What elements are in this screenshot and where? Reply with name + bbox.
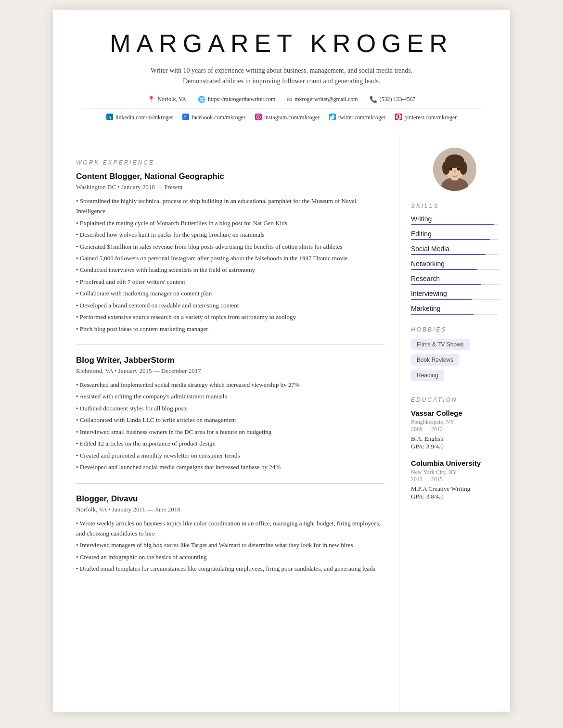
bullet-item: Performed extensive source research on a… xyxy=(76,312,384,322)
edu-years: 2013 — 2015 xyxy=(411,476,499,483)
skill-item: Interviewing xyxy=(411,290,499,300)
bullet-item: Wrote weekly articles on business topics… xyxy=(76,518,384,539)
contact-text: (532) 123-4567 xyxy=(380,96,416,103)
sidebar: SKILLS Writing Editing Social Media Netw… xyxy=(399,134,510,712)
contact-text: https://mkrogerthewriter.com xyxy=(208,96,275,103)
skill-bar-fill xyxy=(411,314,474,315)
social-text: linkedin.com/in/mkroger xyxy=(115,114,173,121)
hobby-tag: Reading xyxy=(411,370,444,381)
work-experience-section-title: WORK EXPERIENCE xyxy=(76,159,384,166)
job-title: Blog Writer, JabberStorm xyxy=(76,356,384,365)
skill-item: Editing xyxy=(411,230,499,240)
skill-bar-fill xyxy=(411,239,490,240)
bullet-item: Edited 12 articles on the importance of … xyxy=(76,438,384,448)
edu-years: 2008 — 2012 xyxy=(411,426,499,433)
skill-bar-fill xyxy=(411,299,472,300)
social-icon xyxy=(329,114,336,122)
svg-point-17 xyxy=(449,167,452,170)
social-text: pinterest.com/mkroger xyxy=(404,114,457,121)
job-bullets: Researched and implemented social media … xyxy=(76,380,384,473)
skill-item: Marketing xyxy=(411,305,499,315)
social-item: inlinkedin.com/in/mkroger xyxy=(106,114,173,122)
svg-rect-7 xyxy=(258,116,258,118)
body-content: WORK EXPERIENCE Content Blogger, Nationa… xyxy=(53,134,510,712)
contact-item: 📍Norfolk, VA xyxy=(147,96,186,103)
skill-item: Networking xyxy=(411,260,499,270)
social-text: facebook.com/mkroger xyxy=(192,114,245,121)
education-section-title: EDUCATION xyxy=(411,396,499,403)
bullet-item: Streamlined the highly technical process… xyxy=(76,196,384,217)
skills-container: Writing Editing Social Media Networking … xyxy=(411,215,499,315)
job-title: Content Blogger, National Geographic xyxy=(76,172,384,181)
edu-gpa: GPA: 3.9/4.0 xyxy=(411,443,499,450)
bullet-item: Created and promoted a monthly newslette… xyxy=(76,450,384,460)
skill-item: Social Media xyxy=(411,245,499,255)
hobby-tag: Book Reviews xyxy=(411,354,459,366)
full-name: MARGARET KROGER xyxy=(82,29,481,58)
social-icon: f xyxy=(182,114,189,122)
edu-degree: M.F.A Creative Writing xyxy=(411,485,499,493)
bullet-item: Developed a brand centered on readable a… xyxy=(76,300,384,310)
svg-point-16 xyxy=(460,161,467,175)
bullet-item: Pitch blog post ideas to content marketi… xyxy=(76,324,384,334)
edu-gpa: GPA: 3.8/4.0 xyxy=(411,493,499,500)
hobby-tag: Films & TV Shows xyxy=(411,339,470,350)
job-meta: Norfolk, VA • January 2011 — June 2018 xyxy=(76,506,384,513)
bullet-item: Interviewed managers of big box stores l… xyxy=(76,540,384,550)
skill-label: Social Media xyxy=(411,245,499,253)
bullet-item: Gained 5,000 followers on personal Insta… xyxy=(76,253,384,263)
svg-point-6 xyxy=(258,115,258,116)
education-entry: Columbia University New York City, NY 20… xyxy=(411,459,499,500)
bullet-item: Conducted interviews with leading scient… xyxy=(76,265,384,275)
social-item: ffacebook.com/mkroger xyxy=(182,114,245,122)
skill-bar-bg xyxy=(411,254,499,255)
svg-point-18 xyxy=(457,167,460,170)
main-column: WORK EXPERIENCE Content Blogger, Nationa… xyxy=(53,134,399,712)
skill-bar-bg xyxy=(411,284,499,285)
contact-text: Norfolk, VA xyxy=(157,96,186,103)
social-row: inlinkedin.com/in/mkrogerffacebook.com/m… xyxy=(82,108,481,124)
skill-bar-bg xyxy=(411,224,499,225)
social-text: twitter.com/mkroger xyxy=(338,114,385,121)
jobs-container: Content Blogger, National Geographic Was… xyxy=(76,172,384,574)
contact-text: mkrogerwriter@gmail.com xyxy=(294,96,358,103)
svg-text:in: in xyxy=(107,115,111,119)
contact-row: 📍Norfolk, VA🌐https://mkrogerthewriter.co… xyxy=(82,96,481,103)
bullet-item: Collaborated with Linda LLC to write art… xyxy=(76,415,384,425)
bullet-item: Created an infographic on the basics of … xyxy=(76,552,384,562)
contact-icon: 🌐 xyxy=(198,96,205,103)
social-item: instagram.com/mkroger xyxy=(255,114,320,122)
contact-icon: ✉ xyxy=(287,96,292,103)
job-bullets: Streamlined the highly technical process… xyxy=(76,196,384,334)
hobbies-container: Films & TV ShowsBook ReviewsReading xyxy=(411,339,499,385)
resume-page: MARGARET KROGER Writer with 10 years of … xyxy=(53,10,510,712)
social-item: twitter.com/mkroger xyxy=(329,114,385,122)
edu-location: New York City, NY xyxy=(411,469,499,476)
job-title: Blogger, Divavu xyxy=(76,494,384,504)
skill-bar-bg xyxy=(411,239,499,240)
job-entry: Content Blogger, National Geographic Was… xyxy=(76,172,384,334)
edu-school: Vassar College xyxy=(411,409,499,417)
tagline: Writer with 10 years of experience writi… xyxy=(137,65,426,87)
education-entry: Vassar College Poughkeepsie, NY 2008 — 2… xyxy=(411,409,499,450)
job-meta: Washington DC • January 2018 — Present xyxy=(76,183,384,191)
skill-bar-fill xyxy=(411,224,494,225)
job-entry: Blogger, Divavu Norfolk, VA • January 20… xyxy=(76,494,384,574)
contact-item: ✉mkrogerwriter@gmail.com xyxy=(287,96,358,103)
skill-label: Editing xyxy=(411,230,499,238)
skill-label: Interviewing xyxy=(411,290,499,297)
skill-label: Marketing xyxy=(411,305,499,312)
avatar-wrap xyxy=(411,148,499,191)
social-text: instagram.com/mkroger xyxy=(264,114,320,121)
bullet-item: Drafted email templates for circumstance… xyxy=(76,563,384,574)
contact-item: 🌐https://mkrogerthewriter.com xyxy=(198,96,275,103)
edu-degree: B.A. English xyxy=(411,435,499,443)
edu-location: Poughkeepsie, NY xyxy=(411,419,499,426)
contact-icon: 📍 xyxy=(147,96,155,103)
bullet-item: Described how wolves hunt in packs for t… xyxy=(76,230,384,240)
education-container: Vassar College Poughkeepsie, NY 2008 — 2… xyxy=(411,409,499,500)
social-icon: in xyxy=(106,114,113,122)
skill-bar-bg xyxy=(411,299,499,300)
social-item: pinterest.com/mkroger xyxy=(395,114,457,122)
contact-item: 📞(532) 123-4567 xyxy=(370,96,416,103)
